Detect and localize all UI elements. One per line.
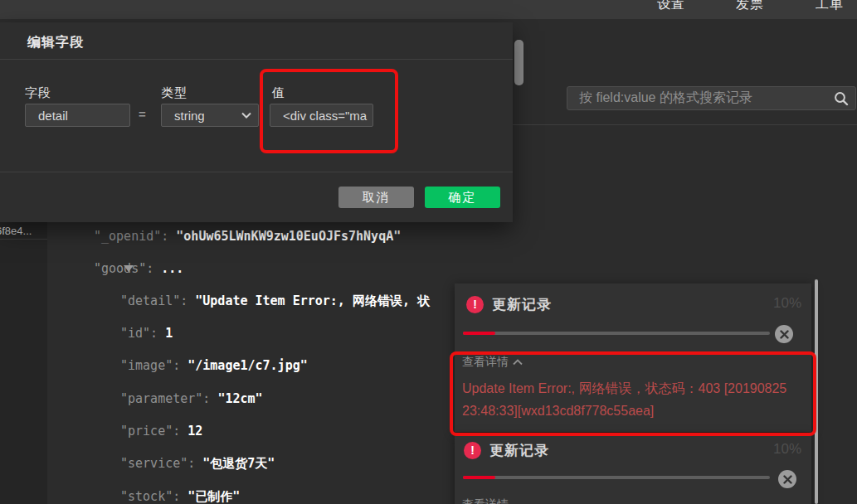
json-row-detail: "detail":"Update Item Error:, 网络错误, 状 [120, 293, 430, 309]
menu-item-workorder[interactable]: 工单 [816, 0, 844, 13]
progress-bar [463, 476, 770, 479]
field-label: 字段 [25, 85, 51, 101]
edit-field-dialog: 编辑字段 字段 类型 值 detail = string <div class=… [0, 22, 513, 222]
type-label: 类型 [161, 85, 187, 101]
field-name-input[interactable]: detail [25, 104, 130, 127]
json-key: "price": [120, 424, 180, 439]
equals-sign: = [139, 107, 146, 121]
json-value[interactable]: ... [161, 261, 183, 276]
search-icon[interactable] [834, 91, 849, 106]
dialog-footer-divider [0, 172, 513, 172]
caret-up-icon [513, 359, 523, 366]
json-row-goods: "goods":... [94, 261, 183, 276]
progress-fill [463, 332, 495, 335]
search-placeholder: 按 field:value 的格式搜索记录 [567, 90, 834, 107]
top-menu-bar: 设置 发票 工单 [0, 0, 857, 19]
type-select[interactable]: string [161, 104, 259, 127]
value-label: 值 [272, 85, 285, 101]
close-icon[interactable] [778, 470, 796, 488]
json-row-stock: "stock":"已制作" [120, 489, 240, 504]
view-details-link[interactable]: 查看详情 [462, 497, 509, 504]
json-row-service: "service":"包退货7天" [120, 456, 275, 472]
json-key: "parameter": [120, 391, 210, 406]
json-row-image: "image":"/image1/c7.jpg" [120, 358, 308, 373]
toast-update-record-2: ! 更新记录 10% 查看详情 [455, 435, 811, 504]
content-scrollbar[interactable] [815, 279, 818, 504]
record-list-item[interactable]: 6f8e4... [0, 225, 32, 237]
json-key: "service": [120, 456, 195, 471]
json-key: "stock": [120, 489, 180, 504]
search-input[interactable]: 按 field:value 的格式搜索记录 [567, 86, 856, 110]
field-name-text: detail [38, 109, 68, 123]
json-value: "已制作" [187, 489, 240, 504]
json-value: 12 [187, 424, 202, 439]
json-row-price: "price":12 [120, 424, 202, 439]
cancel-button[interactable]: 取消 [338, 187, 414, 208]
json-row-openid: "_openid":"ohUw65LWnKW9zw10EuOJFs7hNyqA" [94, 229, 401, 244]
error-icon: ! [464, 442, 481, 459]
chevron-down-icon [241, 112, 251, 119]
json-value: "包退货7天" [202, 456, 275, 471]
app-window: 设置 发票 工单 按 field:value 的格式搜索记录 6f8e4... … [0, 0, 857, 504]
error-icon: ! [466, 296, 484, 313]
json-value: "Update Item Error:, 网络错误, 状 [195, 293, 430, 308]
json-row-parameter: "parameter":"12cm" [120, 391, 263, 406]
dialog-title: 编辑字段 [27, 34, 84, 51]
menu-item-invoice[interactable]: 发票 [736, 0, 764, 13]
confirm-button[interactable]: 确定 [425, 187, 500, 208]
triangle-down-icon[interactable] [124, 265, 134, 272]
json-value: "ohUw65LWnKW9zw10EuOJFs7hNyqA" [176, 229, 401, 244]
scrollbar-thumb[interactable] [514, 40, 523, 85]
progress-percent: 10% [773, 441, 801, 458]
json-value: "12cm" [217, 391, 262, 406]
progress-bar [463, 332, 770, 335]
json-key: "_openid": [94, 229, 168, 244]
list-divider [0, 239, 47, 240]
menu-item-settings[interactable]: 设置 [657, 0, 685, 13]
panel-divider [513, 124, 857, 125]
json-key: "image": [120, 358, 180, 373]
json-key: "detail": [120, 293, 187, 308]
record-list-sidebar: 6f8e4... [0, 222, 47, 504]
close-icon[interactable] [775, 325, 793, 343]
json-value: "/image1/c7.jpg" [187, 358, 308, 373]
toast-title: 更新记录 [489, 441, 549, 460]
view-details-link[interactable]: 查看详情 [462, 355, 523, 370]
dialog-header-divider [0, 59, 513, 60]
value-input[interactable]: <div class="ma [270, 104, 373, 127]
view-details-label: 查看详情 [462, 355, 509, 370]
json-row-id: "id":1 [120, 326, 173, 341]
toast-update-record-1: ! 更新记录 10% 查看详情 Update Item Error:, 网络错误… [455, 284, 811, 432]
json-key: "id": [120, 326, 158, 341]
type-select-value: string [174, 109, 205, 123]
progress-percent: 10% [773, 295, 801, 312]
error-message: Update Item Error:, 网络错误，状态码：403 [201908… [462, 377, 796, 422]
value-input-text: <div class="ma [283, 109, 367, 123]
toast-title: 更新记录 [492, 295, 552, 314]
progress-fill [463, 476, 495, 479]
view-details-label: 查看详情 [462, 497, 509, 504]
json-value: 1 [165, 326, 173, 341]
